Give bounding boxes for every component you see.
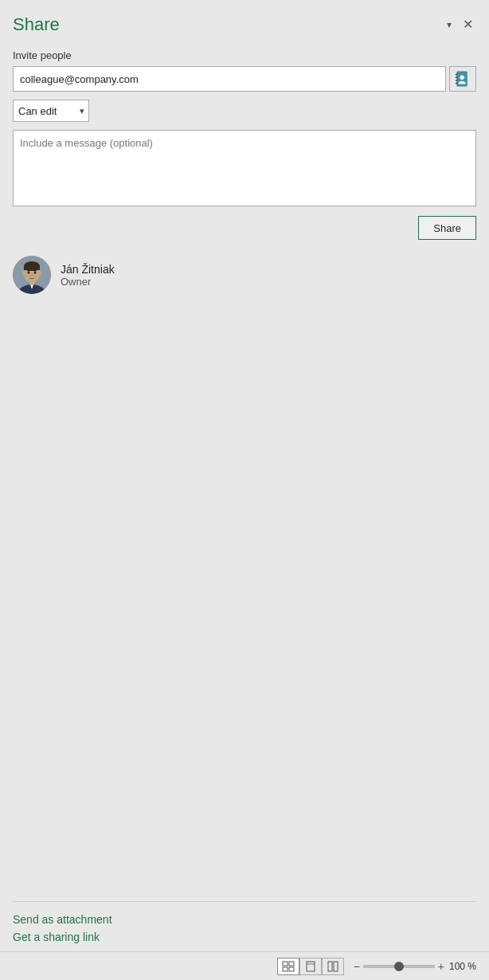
zoom-slider-thumb <box>394 962 404 971</box>
svg-rect-3 <box>456 80 458 81</box>
title-actions: ▾ ✕ <box>447 17 476 33</box>
share-panel: Share ▾ ✕ Invite people <box>0 0 489 951</box>
svg-rect-30 <box>334 962 338 971</box>
page-layout-button[interactable] <box>299 958 322 975</box>
grid-icon <box>282 961 295 972</box>
avatar-image <box>13 256 51 294</box>
close-button[interactable]: ✕ <box>460 17 476 33</box>
zoom-in-button[interactable]: + <box>438 960 444 973</box>
invite-label: Invite people <box>13 49 476 61</box>
zoom-percent-label: 100 % <box>448 961 476 972</box>
svg-point-21 <box>22 271 25 276</box>
svg-rect-27 <box>307 962 315 971</box>
permission-select[interactable]: Can edit Can view Can review <box>13 100 89 122</box>
panel-title: Share <box>13 14 60 35</box>
get-sharing-link-link[interactable]: Get a sharing link <box>13 931 476 943</box>
svg-rect-26 <box>289 967 294 971</box>
title-bar: Share ▾ ✕ <box>13 14 476 35</box>
svg-rect-4 <box>456 83 458 84</box>
view-buttons <box>277 958 344 975</box>
owner-entry: Ján Žitniak Owner <box>13 256 476 294</box>
invite-row <box>13 66 476 92</box>
page-break-button[interactable] <box>322 958 344 975</box>
bottom-links: Send as attachment Get a sharing link <box>13 901 476 951</box>
send-as-attachment-link[interactable]: Send as attachment <box>13 913 476 926</box>
svg-point-20 <box>31 275 33 276</box>
page-icon <box>304 961 317 972</box>
svg-point-16 <box>28 271 30 274</box>
svg-rect-18 <box>27 270 30 271</box>
svg-rect-24 <box>289 962 294 966</box>
svg-rect-29 <box>328 962 332 971</box>
user-info: Ján Žitniak Owner <box>61 263 115 288</box>
email-input[interactable] <box>13 66 446 92</box>
pagebreak-icon <box>327 961 339 972</box>
svg-rect-23 <box>283 962 288 966</box>
share-btn-row: Share <box>13 216 476 240</box>
zoom-slider[interactable] <box>363 965 435 968</box>
zoom-slider-track <box>363 965 435 968</box>
svg-rect-1 <box>456 74 458 76</box>
svg-rect-25 <box>283 967 288 971</box>
address-book-button[interactable] <box>449 66 476 92</box>
permission-select-wrapper: Can edit Can view Can review <box>13 100 89 122</box>
svg-rect-19 <box>33 270 37 271</box>
title-dropdown-icon[interactable]: ▾ <box>447 19 452 30</box>
owner-role: Owner <box>61 276 115 288</box>
permission-dropdown: Can edit Can view Can review <box>13 100 476 122</box>
status-bar: − + 100 % <box>0 951 489 980</box>
svg-point-17 <box>34 271 37 274</box>
zoom-controls: − + 100 % <box>354 960 476 973</box>
owner-name: Ján Žitniak <box>61 263 115 276</box>
message-textarea[interactable] <box>13 130 476 206</box>
zoom-out-button[interactable]: − <box>354 960 360 973</box>
avatar <box>13 256 51 294</box>
svg-rect-15 <box>24 266 40 270</box>
share-button[interactable]: Share <box>418 216 476 240</box>
address-book-icon <box>454 70 471 88</box>
normal-view-button[interactable] <box>277 958 299 975</box>
svg-rect-2 <box>456 76 458 78</box>
svg-point-22 <box>38 271 41 276</box>
content-spacer <box>13 302 476 901</box>
